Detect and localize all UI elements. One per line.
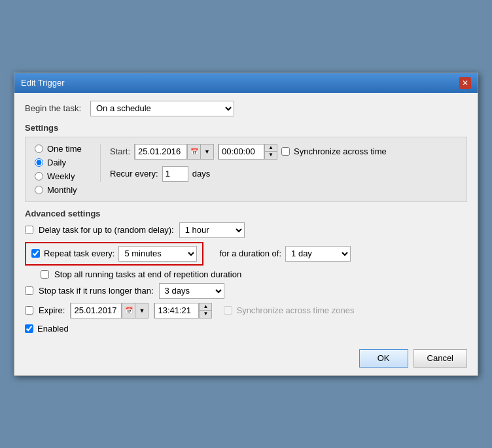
enabled-checkbox[interactable]	[25, 324, 33, 333]
advanced-settings-section: Advanced settings Delay task for up to (…	[25, 209, 467, 334]
stop-all-row: Stop all running tasks at end of repetit…	[25, 269, 467, 279]
recur-value-input[interactable]	[162, 166, 188, 182]
dialog-body: Begin the task: On a schedule Settings O…	[14, 93, 478, 344]
dialog-title: Edit Trigger	[21, 78, 64, 88]
repeat-task-row: Repeat task every: 5 minutes for a durat…	[25, 242, 467, 266]
advanced-title: Advanced settings	[25, 209, 467, 218]
for-duration-label: for a duration of:	[219, 249, 281, 258]
sync-label: Synchronize across time	[294, 146, 387, 156]
expire-time-spinners: ▲ ▼	[199, 303, 211, 318]
radio-daily[interactable]: Daily	[35, 158, 94, 167]
sync-zones-checkbox	[224, 306, 232, 315]
time-input-wrap: ▲ ▼	[218, 144, 277, 160]
close-button[interactable]: ✕	[459, 77, 471, 89]
delay-task-dropdown[interactable]: 1 hour	[179, 222, 245, 238]
stop-longer-label: Stop task if it runs longer than:	[39, 286, 154, 296]
enabled-row: Enabled	[25, 324, 467, 334]
title-bar: Edit Trigger ✕	[14, 73, 478, 93]
stop-all-checkbox[interactable]	[41, 270, 49, 279]
expire-time-down-button[interactable]: ▼	[200, 311, 211, 318]
edit-trigger-dialog: Edit Trigger ✕ Begin the task: On a sche…	[14, 73, 478, 376]
start-row: Start: 📅 ▼ ▲ ▼	[110, 144, 457, 160]
repeat-task-dropdown[interactable]: 5 minutes	[118, 246, 197, 262]
stop-longer-dropdown[interactable]: 3 days	[159, 283, 224, 299]
recur-unit: days	[192, 169, 210, 179]
radio-monthly[interactable]: Monthly	[35, 185, 94, 195]
start-label: Start:	[110, 146, 130, 156]
expire-time-up-button[interactable]: ▲	[200, 303, 211, 311]
begin-task-label: Begin the task:	[25, 103, 90, 113]
expire-row: Expire: 📅 ▼ ▲ ▼ Synchronize across time …	[25, 303, 467, 319]
begin-task-dropdown[interactable]: On a schedule	[90, 101, 234, 116]
settings-title: Settings	[25, 123, 467, 133]
delay-task-row: Delay task for up to (random delay): 1 h…	[25, 222, 467, 238]
sync-checkbox[interactable]	[281, 147, 290, 156]
radio-one-time[interactable]: One time	[35, 144, 94, 154]
expire-checkbox[interactable]	[25, 306, 33, 315]
recur-label: Recur every:	[110, 169, 158, 179]
expire-date-wrap: 📅 ▼	[70, 303, 149, 319]
delay-task-checkbox[interactable]	[25, 226, 33, 234]
expire-calendar-button[interactable]: 📅	[122, 303, 135, 318]
ok-button[interactable]: OK	[359, 349, 408, 368]
for-duration-dropdown[interactable]: 1 day	[285, 246, 351, 262]
settings-section: Settings One time Daily Weekly	[25, 123, 467, 202]
begin-task-row: Begin the task: On a schedule	[25, 101, 467, 116]
expire-time-wrap: ▲ ▼	[154, 303, 212, 319]
expire-date-dropdown-button[interactable]: ▼	[135, 303, 148, 318]
for-duration-row: for a duration of: 1 day	[219, 246, 351, 262]
start-time-input[interactable]	[219, 144, 264, 160]
sync-zones-label: Synchronize across time zones	[236, 305, 354, 315]
time-up-button[interactable]: ▲	[265, 145, 277, 152]
settings-box: One time Daily Weekly Monthly	[25, 137, 467, 202]
repeat-task-box: Repeat task every: 5 minutes	[25, 242, 203, 266]
stop-all-label: Stop all running tasks at end of repetit…	[54, 269, 241, 279]
radio-group: One time Daily Weekly Monthly	[35, 144, 100, 195]
settings-right: Start: 📅 ▼ ▲ ▼	[100, 144, 457, 182]
sync-zones-row: Synchronize across time zones	[224, 305, 354, 315]
expire-time-input[interactable]	[154, 303, 199, 319]
sync-checkbox-row: Synchronize across time	[281, 146, 387, 156]
start-date-input[interactable]	[135, 144, 187, 160]
time-spinners: ▲ ▼	[264, 145, 277, 159]
expire-date-input[interactable]	[71, 303, 122, 319]
stop-longer-row: Stop task if it runs longer than: 3 days	[25, 283, 467, 299]
time-down-button[interactable]: ▼	[265, 152, 277, 159]
bottom-buttons: OK Cancel	[14, 344, 478, 375]
cancel-button[interactable]: Cancel	[413, 349, 467, 368]
repeat-task-label: Repeat task every:	[44, 249, 114, 258]
date-input-wrap: 📅 ▼	[134, 144, 214, 160]
radio-weekly[interactable]: Weekly	[35, 171, 94, 181]
recur-row: Recur every: days	[110, 166, 457, 182]
expire-label: Expire:	[39, 305, 65, 315]
stop-longer-checkbox[interactable]	[25, 286, 33, 295]
repeat-task-checkbox[interactable]	[31, 249, 40, 258]
calendar-button[interactable]: 📅	[187, 145, 200, 159]
delay-task-label: Delay task for up to (random delay):	[39, 225, 174, 235]
date-dropdown-button[interactable]: ▼	[200, 145, 213, 159]
settings-inner: One time Daily Weekly Monthly	[35, 144, 457, 195]
enabled-label: Enabled	[37, 324, 69, 334]
